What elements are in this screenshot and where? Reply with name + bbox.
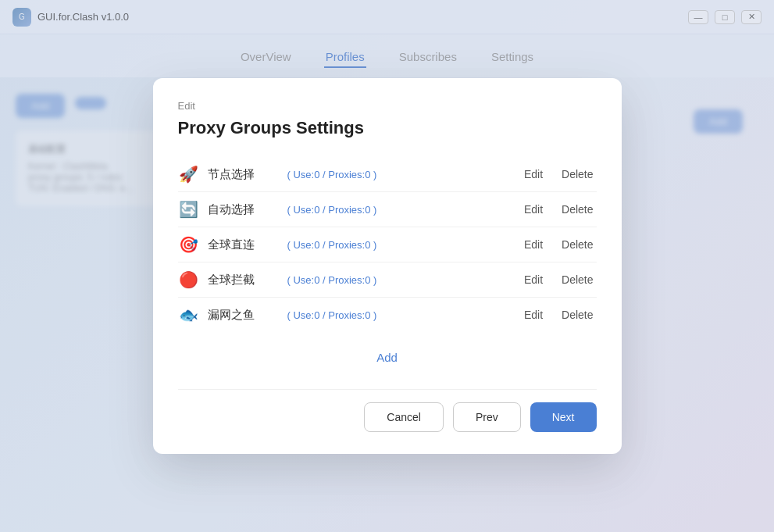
group-delete-btn-qjlz[interactable]: Delete xyxy=(558,272,596,287)
proxy-group-row: 🔄 自动选择 ( Use:0 / Proxies:0 ) Edit Delete xyxy=(178,192,597,227)
group-edit-btn-lwzy[interactable]: Edit xyxy=(521,307,546,323)
group-icon-qjlz: 🔴 xyxy=(178,270,200,289)
group-actions-lwzy: Edit Delete xyxy=(521,307,597,323)
group-edit-btn-qjlz[interactable]: Edit xyxy=(521,272,546,287)
group-stats-qjlz: ( Use:0 / Proxies:0 ) xyxy=(287,274,521,286)
group-name-qjlz: 全球拦截 xyxy=(208,273,278,287)
group-name-qjzl: 全球直连 xyxy=(208,237,278,252)
modal-overlay: Edit Proxy Groups Settings 🚀 节点选择 ( Use:… xyxy=(0,0,774,532)
dialog-footer: Cancel Prev Next xyxy=(178,389,597,432)
proxy-group-row: 🐟 漏网之鱼 ( Use:0 / Proxies:0 ) Edit Delete xyxy=(178,298,597,332)
group-name-lwzy: 漏网之鱼 xyxy=(208,308,278,323)
group-delete-btn-lwzy[interactable]: Delete xyxy=(558,307,596,323)
group-stats-qjzl: ( Use:0 / Proxies:0 ) xyxy=(287,239,521,251)
group-name-jd: 节点选择 xyxy=(208,167,278,182)
group-delete-btn-qjzl[interactable]: Delete xyxy=(558,237,596,252)
group-actions-qjlz: Edit Delete xyxy=(521,272,597,287)
edit-dialog: Edit Proxy Groups Settings 🚀 节点选择 ( Use:… xyxy=(153,78,622,454)
group-actions-jd: Edit Delete xyxy=(521,166,597,182)
group-actions-zd: Edit Delete xyxy=(521,202,597,217)
cancel-button[interactable]: Cancel xyxy=(364,402,444,432)
group-delete-btn-zd[interactable]: Delete xyxy=(558,202,596,217)
group-edit-btn-zd[interactable]: Edit xyxy=(521,202,546,217)
dialog-label: Edit xyxy=(178,100,597,112)
group-icon-zd: 🔄 xyxy=(178,200,200,219)
proxy-group-row: 🔴 全球拦截 ( Use:0 / Proxies:0 ) Edit Delete xyxy=(178,262,597,298)
group-stats-jd: ( Use:0 / Proxies:0 ) xyxy=(287,169,521,180)
group-stats-zd: ( Use:0 / Proxies:0 ) xyxy=(287,204,521,216)
proxy-group-row: 🚀 节点选择 ( Use:0 / Proxies:0 ) Edit Delete xyxy=(178,157,597,192)
group-icon-qjzl: 🎯 xyxy=(178,235,200,254)
group-name-zd: 自动选择 xyxy=(208,202,278,217)
add-group-link[interactable]: Add xyxy=(178,345,597,370)
group-delete-btn-jd[interactable]: Delete xyxy=(558,166,596,182)
group-icon-lwzy: 🐟 xyxy=(178,305,200,324)
group-icon-jd: 🚀 xyxy=(178,165,200,184)
group-edit-btn-qjzl[interactable]: Edit xyxy=(521,237,546,252)
proxy-groups-list: 🚀 节点选择 ( Use:0 / Proxies:0 ) Edit Delete… xyxy=(178,157,597,332)
next-button[interactable]: Next xyxy=(530,402,597,432)
dialog-title: Proxy Groups Settings xyxy=(178,118,597,138)
prev-button[interactable]: Prev xyxy=(453,402,521,432)
group-edit-btn-jd[interactable]: Edit xyxy=(521,166,546,182)
proxy-group-row: 🎯 全球直连 ( Use:0 / Proxies:0 ) Edit Delete xyxy=(178,227,597,262)
group-stats-lwzy: ( Use:0 / Proxies:0 ) xyxy=(287,309,521,321)
group-actions-qjzl: Edit Delete xyxy=(521,237,597,252)
